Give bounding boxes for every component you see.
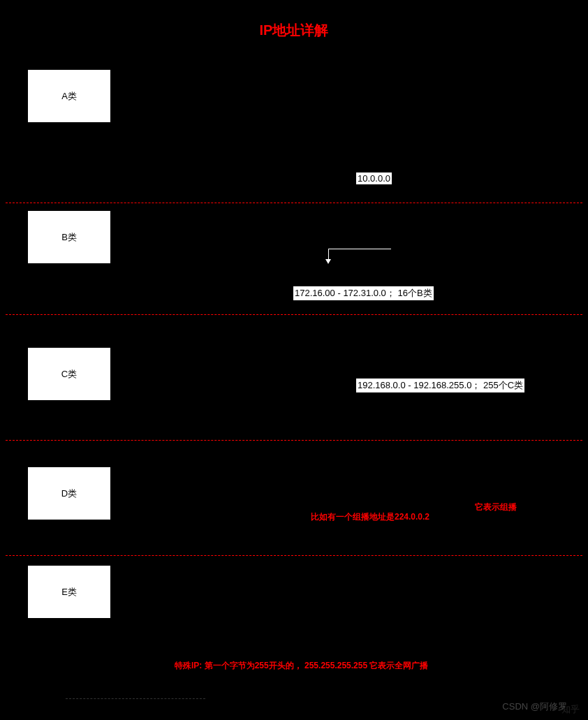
class-a-note: 10.0.0.0 (356, 172, 392, 184)
class-a-label: A类 (61, 90, 77, 103)
divider-4 (6, 555, 582, 556)
class-e-note: 特殊IP: 第一个字节为255开头的， 255.255.255.255 它表示全… (175, 660, 428, 672)
class-d-note-left: 比如有一个组播地址是224.0.0.2 (311, 511, 429, 523)
class-c-box: C类 (28, 348, 110, 400)
divider-1 (6, 203, 582, 203)
arrow-horizontal (328, 249, 391, 249)
class-c-label: C类 (61, 368, 77, 381)
class-a-box: A类 (28, 70, 110, 122)
divider-2 (6, 314, 582, 315)
arrow-vertical (328, 249, 329, 260)
class-e-label: E类 (61, 586, 77, 598)
class-b-label: B类 (61, 231, 77, 244)
divider-3 (6, 440, 582, 441)
class-b-note: 172.16.00 - 172.31.0.0； 16个B类 (293, 286, 434, 300)
class-b-box: B类 (28, 211, 110, 263)
class-e-box: E类 (28, 566, 110, 618)
watermark-zhihu: 知乎 (561, 703, 580, 716)
page-title: IP地址详解 (0, 21, 588, 40)
faint-dash-line (66, 698, 205, 699)
watermark-csdn: CSDN @阿修罗 (502, 700, 567, 713)
class-b-bracket: < (143, 242, 149, 252)
diagram-canvas: IP地址详解 A类 10.0.0.0 B类 < 172.16.00 - 172.… (0, 0, 588, 720)
class-d-box: D类 (28, 467, 110, 520)
arrow-head-icon (325, 259, 331, 264)
class-c-note: 192.168.0.0 - 192.168.255.0； 255个C类 (356, 379, 524, 392)
class-d-note-right: 它表示组播 (475, 501, 517, 513)
class-d-label: D类 (61, 487, 77, 500)
